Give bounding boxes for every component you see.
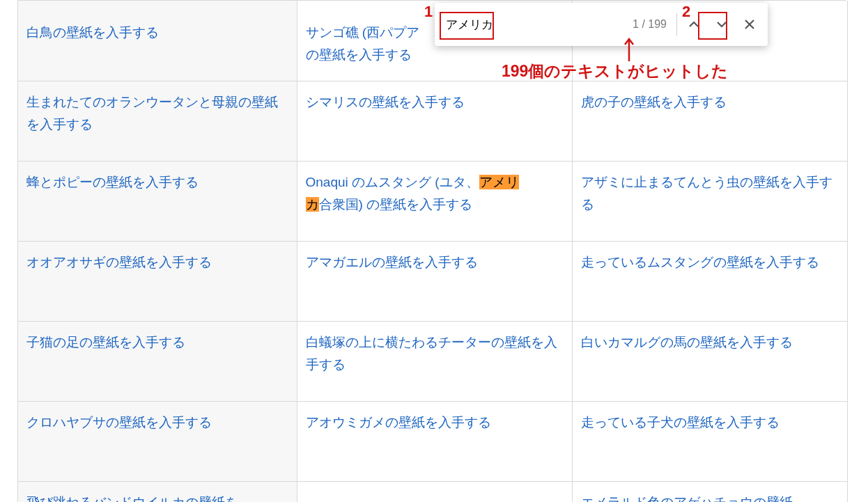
- link-cell[interactable]: 子猫の足の壁紙を入手する: [26, 335, 185, 350]
- link-cell[interactable]: エメラルド色のアゲハチョウの壁紙: [581, 495, 793, 503]
- link-cell[interactable]: 虎の子の壁紙を入手する: [581, 95, 727, 109]
- separator: [676, 13, 677, 36]
- link-cell[interactable]: 蜂とポピーの壁紙を入手する: [26, 175, 199, 189]
- close-icon: [743, 18, 756, 31]
- link-cell[interactable]: オオアオサギの壁紙を入手する: [26, 255, 212, 269]
- table-row: 子猫の足の壁紙を入手する 白蟻塚の上に横たわるチーターの壁紙を入手する 白いカマ…: [18, 321, 847, 401]
- table-row: オオアオサギの壁紙を入手する アマガエルの壁紙を入手する 走っているムスタングの…: [18, 241, 847, 321]
- link-cell[interactable]: シマリスの壁紙を入手する: [306, 95, 465, 109]
- wallpaper-links-table: 白鳥の壁紙を入手する サンゴ礁 (西パプアの壁紙を入手する 棒を持つ人の壁紙を入…: [17, 0, 846, 502]
- link-cell[interactable]: アオウミガメの壁紙を入手する: [306, 415, 491, 430]
- link-cell[interactable]: 走っているムスタングの壁紙を入手する: [581, 255, 819, 269]
- table-row: 生まれたてのオランウータンと母親の壁紙を入手する シマリスの壁紙を入手する 虎の…: [18, 81, 847, 161]
- find-close-button[interactable]: [736, 10, 764, 38]
- find-in-page-bar: 1 / 199: [435, 3, 768, 46]
- link-cell[interactable]: 白蟻塚の上に横たわるチーターの壁紙を入手する: [306, 335, 557, 372]
- link-cell[interactable]: 飛び跳ねるバンドウイルカの壁紙を: [26, 495, 238, 503]
- table-row: 飛び跳ねるバンドウイルカの壁紙を エメラルド色のアゲハチョウの壁紙: [18, 481, 847, 502]
- chevron-up-icon: [687, 17, 701, 31]
- link-cell[interactable]: 生まれたてのオランウータンと母親の壁紙を入手する: [26, 95, 278, 132]
- find-highlight: アメリ: [479, 175, 519, 189]
- link-cell[interactable]: 白鳥の壁紙を入手する: [26, 25, 159, 40]
- table-row: 蜂とポピーの壁紙を入手する Onaqui のムスタング (ユタ、アメリカ合衆国)…: [18, 161, 847, 241]
- find-result-count: 1 / 199: [626, 18, 674, 31]
- link-cell[interactable]: クロハヤブサの壁紙を入手する: [26, 415, 212, 430]
- link-cell[interactable]: Onaqui のムスタング (ユタ、アメリカ合衆国) の壁紙を入手する: [306, 175, 519, 212]
- find-input[interactable]: [444, 15, 626, 34]
- find-highlight: カ: [306, 197, 319, 212]
- chevron-down-icon: [715, 17, 729, 31]
- find-next-button[interactable]: [708, 10, 736, 38]
- link-cell[interactable]: 走っている子犬の壁紙を入手する: [581, 415, 780, 430]
- link-cell[interactable]: サンゴ礁 (西パプアの壁紙を入手する: [306, 25, 420, 62]
- find-prev-button[interactable]: [680, 10, 708, 38]
- link-cell[interactable]: アマガエルの壁紙を入手する: [306, 255, 478, 269]
- link-cell[interactable]: 白いカマルグの馬の壁紙を入手する: [581, 335, 793, 350]
- link-cell[interactable]: アザミに止まるてんとう虫の壁紙を入手する: [581, 175, 832, 212]
- table-row: クロハヤブサの壁紙を入手する アオウミガメの壁紙を入手する 走っている子犬の壁紙…: [18, 401, 847, 481]
